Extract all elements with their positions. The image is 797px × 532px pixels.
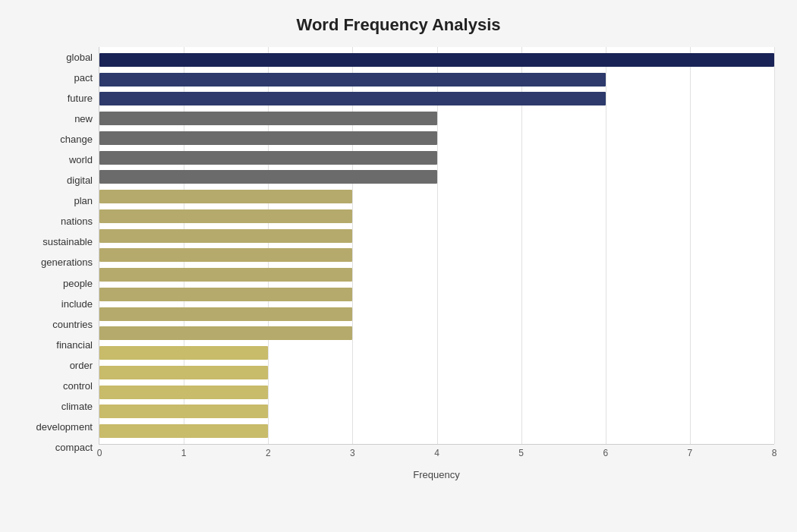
x-tick: 0 bbox=[97, 448, 102, 458]
bar-row bbox=[99, 52, 774, 68]
bar-row bbox=[99, 189, 774, 204]
y-label: global bbox=[66, 49, 93, 66]
y-label: pact bbox=[74, 70, 93, 87]
bar-row bbox=[99, 365, 774, 380]
bar-row bbox=[99, 131, 774, 146]
x-tick: 7 bbox=[688, 448, 693, 458]
bar bbox=[99, 151, 437, 165]
bar-row bbox=[99, 267, 774, 282]
bar-row bbox=[99, 111, 774, 126]
y-labels: globalpactfuturenewchangeworlddigitalpla… bbox=[23, 47, 99, 480]
bar-row bbox=[99, 150, 774, 165]
bar-row bbox=[99, 307, 774, 322]
bar-row bbox=[99, 209, 774, 224]
bar bbox=[99, 190, 352, 203]
y-label: include bbox=[61, 295, 93, 312]
bar-row bbox=[99, 385, 774, 400]
bar-row bbox=[99, 72, 774, 87]
bar bbox=[99, 386, 268, 399]
x-tick: 2 bbox=[266, 448, 271, 458]
y-label: people bbox=[63, 275, 93, 291]
y-label: generations bbox=[41, 254, 93, 271]
bar bbox=[99, 326, 352, 340]
bar-row bbox=[99, 404, 774, 419]
y-label: world bbox=[69, 152, 93, 168]
bar bbox=[99, 248, 352, 262]
y-label: change bbox=[60, 131, 93, 148]
y-label: control bbox=[63, 377, 93, 394]
bar-row bbox=[99, 326, 774, 341]
x-tick: 5 bbox=[518, 448, 524, 458]
chart-title: Word Frequency Analysis bbox=[23, 15, 774, 35]
bar-row bbox=[99, 423, 774, 439]
bar-row bbox=[99, 91, 774, 106]
bar bbox=[99, 229, 352, 243]
bars-and-xaxis: 012345678 Frequency bbox=[99, 47, 774, 480]
bar bbox=[99, 288, 352, 301]
bar bbox=[99, 268, 352, 282]
bar bbox=[99, 424, 268, 438]
x-tick: 1 bbox=[181, 448, 187, 458]
y-label: new bbox=[74, 111, 93, 127]
bar-row bbox=[99, 169, 774, 184]
bar bbox=[99, 131, 437, 145]
y-label: plan bbox=[74, 193, 93, 209]
bar-row bbox=[99, 345, 774, 360]
grid-line bbox=[774, 47, 775, 444]
bar bbox=[99, 53, 774, 67]
bar bbox=[99, 346, 268, 360]
y-label: sustainable bbox=[43, 234, 93, 250]
y-label: financial bbox=[56, 336, 93, 353]
y-label: nations bbox=[61, 213, 93, 230]
bar-row bbox=[99, 247, 774, 263]
y-label: future bbox=[68, 90, 93, 107]
chart-container: Word Frequency Analysis globalpactfuture… bbox=[0, 0, 797, 532]
bar bbox=[99, 112, 437, 125]
bar bbox=[99, 307, 352, 321]
y-label: countries bbox=[52, 316, 93, 332]
bar-row bbox=[99, 287, 774, 302]
bar bbox=[99, 209, 352, 223]
bar bbox=[99, 366, 268, 379]
bar bbox=[99, 92, 606, 105]
chart-area: globalpactfuturenewchangeworlddigitalpla… bbox=[23, 47, 774, 480]
x-tick: 3 bbox=[350, 448, 355, 458]
bars-area bbox=[99, 47, 774, 445]
y-label: compact bbox=[55, 439, 93, 455]
x-tick: 4 bbox=[434, 448, 439, 458]
y-label: order bbox=[70, 357, 93, 373]
bar bbox=[99, 73, 606, 87]
x-axis-label: Frequency bbox=[99, 469, 774, 480]
y-label: digital bbox=[67, 172, 93, 189]
bar-row bbox=[99, 228, 774, 244]
y-label: development bbox=[36, 418, 93, 435]
x-axis: 012345678 bbox=[99, 445, 774, 467]
x-tick: 8 bbox=[772, 448, 777, 458]
y-label: climate bbox=[61, 398, 93, 414]
bar bbox=[99, 405, 268, 418]
x-tick: 6 bbox=[603, 448, 608, 458]
bar bbox=[99, 170, 437, 184]
